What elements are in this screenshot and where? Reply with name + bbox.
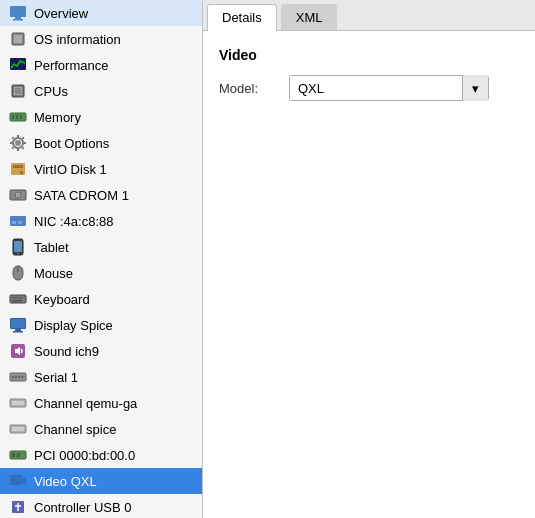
sidebar-item-serial-1[interactable]: Serial 1: [0, 364, 202, 390]
model-field-row: Model: QXL ▾: [219, 75, 519, 101]
serial-icon: [8, 367, 28, 387]
sidebar-item-label-channel-qemu-ga: Channel qemu-ga: [34, 396, 137, 411]
sidebar-item-memory[interactable]: Memory: [0, 104, 202, 130]
nic-icon: [8, 211, 28, 231]
svg-rect-17: [20, 171, 23, 174]
svg-point-43: [21, 376, 23, 378]
monitor-icon: [8, 3, 28, 23]
sidebar-item-sata-cdrom-1[interactable]: SATA CDROM 1: [0, 182, 202, 208]
cpu-icon: [8, 81, 28, 101]
svg-rect-49: [12, 453, 15, 457]
cdrom-icon: [8, 185, 28, 205]
video-icon: [8, 471, 28, 491]
svg-rect-33: [12, 300, 22, 302]
svg-point-26: [17, 253, 19, 255]
svg-point-40: [12, 376, 14, 378]
svg-rect-35: [15, 329, 21, 331]
model-dropdown-value: QXL: [290, 79, 462, 98]
svg-rect-36: [13, 331, 23, 333]
sidebar-item-controller-usb-0[interactable]: Controller USB 0: [0, 494, 202, 518]
sidebar-item-mouse[interactable]: Mouse: [0, 260, 202, 286]
svg-rect-28: [10, 295, 26, 303]
model-dropdown-arrow[interactable]: ▾: [462, 75, 488, 101]
svg-rect-45: [12, 401, 24, 405]
tab-bar: DetailsXML: [203, 0, 535, 31]
sidebar-item-os-information[interactable]: OS information: [0, 26, 202, 52]
model-label: Model:: [219, 81, 289, 96]
tab-details[interactable]: Details: [207, 4, 277, 31]
sidebar-item-label-sound-ich9: Sound ich9: [34, 344, 99, 359]
model-dropdown[interactable]: QXL ▾: [289, 75, 489, 101]
pci-icon: [8, 445, 28, 465]
tab-xml[interactable]: XML: [281, 4, 338, 30]
svg-point-13: [15, 140, 21, 146]
sidebar-item-tablet[interactable]: Tablet: [0, 234, 202, 260]
tablet-icon: [8, 237, 28, 257]
sidebar-item-video-qxl[interactable]: Video QXL: [0, 468, 202, 494]
sound-icon: [8, 341, 28, 361]
svg-rect-30: [15, 297, 17, 299]
channel-icon: [8, 393, 28, 413]
svg-rect-16: [13, 165, 23, 168]
svg-rect-47: [12, 427, 24, 431]
content-area: Video Model: QXL ▾: [203, 31, 535, 518]
svg-rect-29: [12, 297, 14, 299]
svg-rect-32: [21, 297, 23, 299]
svg-rect-50: [17, 453, 20, 457]
sidebar-item-label-performance: Performance: [34, 58, 108, 73]
sidebar-item-pci[interactable]: PCI 0000:bd:00.0: [0, 442, 202, 468]
sidebar-item-label-memory: Memory: [34, 110, 81, 125]
sidebar-item-label-boot-options: Boot Options: [34, 136, 109, 151]
sidebar-item-label-virtio-disk-1: VirtIO Disk 1: [34, 162, 107, 177]
main-panel: DetailsXML Video Model: QXL ▾: [203, 0, 535, 518]
sidebar-item-nic[interactable]: NIC :4a:c8:88: [0, 208, 202, 234]
sidebar-item-label-sata-cdrom-1: SATA CDROM 1: [34, 188, 129, 203]
channel-icon: [8, 419, 28, 439]
sidebar-item-label-display-spice: Display Spice: [34, 318, 113, 333]
sidebar-item-label-channel-spice: Channel spice: [34, 422, 116, 437]
mouse-icon: [8, 263, 28, 283]
sidebar-item-label-nic: NIC :4a:c8:88: [34, 214, 114, 229]
sidebar-item-sound-ich9[interactable]: Sound ich9: [0, 338, 202, 364]
svg-rect-12: [20, 115, 22, 119]
svg-rect-23: [18, 221, 22, 224]
chart-icon: [8, 55, 28, 75]
display-icon: [8, 315, 28, 335]
sidebar-item-cpus[interactable]: CPUs: [0, 78, 202, 104]
sidebar-item-label-cpus: CPUs: [34, 84, 68, 99]
sidebar-item-channel-qemu-ga[interactable]: Channel qemu-ga: [0, 390, 202, 416]
svg-rect-31: [18, 297, 20, 299]
svg-rect-22: [12, 221, 16, 224]
svg-rect-37: [11, 319, 25, 328]
svg-rect-10: [12, 115, 14, 119]
sidebar-item-overview[interactable]: Overview: [0, 0, 202, 26]
sidebar-item-performance[interactable]: Performance: [0, 52, 202, 78]
usb-icon: [8, 497, 28, 517]
sidebar-item-label-video-qxl: Video QXL: [34, 474, 97, 489]
svg-rect-0: [10, 6, 26, 17]
svg-rect-1: [15, 17, 21, 19]
sidebar-item-channel-spice[interactable]: Channel spice: [0, 416, 202, 442]
disk-icon: [8, 159, 28, 179]
sidebar-item-label-tablet: Tablet: [34, 240, 69, 255]
ram-icon: [8, 107, 28, 127]
sidebar: OverviewOS informationPerformanceCPUsMem…: [0, 0, 203, 518]
svg-rect-2: [13, 19, 23, 21]
sidebar-item-boot-options[interactable]: Boot Options: [0, 130, 202, 156]
sidebar-item-label-os-information: OS information: [34, 32, 121, 47]
sidebar-item-virtio-disk-1[interactable]: VirtIO Disk 1: [0, 156, 202, 182]
svg-rect-8: [15, 88, 21, 94]
sidebar-item-label-keyboard: Keyboard: [34, 292, 90, 307]
sidebar-item-label-overview: Overview: [34, 6, 88, 21]
gear-icon: [8, 133, 28, 153]
sidebar-item-keyboard[interactable]: Keyboard: [0, 286, 202, 312]
chip-icon: [8, 29, 28, 49]
svg-rect-25: [14, 241, 22, 252]
sidebar-item-label-pci: PCI 0000:bd:00.0: [34, 448, 135, 463]
section-title: Video: [219, 47, 519, 63]
svg-rect-4: [14, 35, 22, 43]
svg-point-41: [15, 376, 17, 378]
svg-rect-11: [16, 115, 18, 119]
sidebar-item-label-serial-1: Serial 1: [34, 370, 78, 385]
sidebar-item-display-spice[interactable]: Display Spice: [0, 312, 202, 338]
